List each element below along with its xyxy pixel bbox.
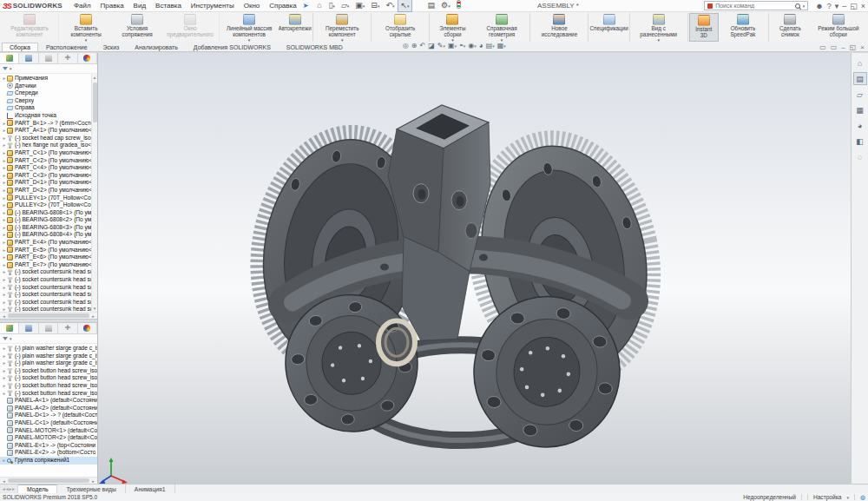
tree-item[interactable]: ▸ PART_C<1> (По умолчанию<<По	[0, 149, 97, 157]
ribbon-button[interactable]: Элементы сборки ▾	[431, 13, 474, 42]
assembly-model[interactable]	[98, 53, 851, 484]
filter-dropdown-icon[interactable]: ▾	[10, 66, 12, 71]
ribbon-button[interactable]: Спецификации	[589, 13, 629, 42]
tree-item-front-plane[interactable]: Спереди	[0, 89, 97, 97]
tree-item[interactable]: ▸ (-) BEARING-6808<3> (По умолч	[0, 224, 97, 232]
ribbon-tab[interactable]: Эскиз	[95, 43, 128, 51]
file-properties-icon[interactable]: ▤	[425, 0, 438, 12]
zoom-fit-icon[interactable]: ◎	[403, 42, 409, 50]
tab-nav-arrow-icon[interactable]: ▸	[12, 486, 15, 491]
tree-item[interactable]: ▸ PART_E<6> (По умолчанию<<По	[0, 254, 97, 261]
doc-cascade-icon[interactable]: ▭	[819, 43, 826, 51]
ribbon-button[interactable]: Новое исследование движения	[531, 13, 589, 42]
configurationmanager-tab[interactable]	[39, 323, 58, 333]
custom-properties-icon[interactable]: ◧	[853, 135, 867, 148]
ribbon-button[interactable]: Справочная геометрия ▾	[475, 13, 531, 42]
menu-item[interactable]: Файл	[69, 1, 95, 10]
document-tab[interactable]: Трехмерные виды	[57, 485, 125, 493]
displaymanager-tab[interactable]	[78, 323, 97, 333]
tree-item[interactable]: ▸ (-) socket countersunk head scre	[0, 306, 97, 312]
menu-item[interactable]: Инструменты	[187, 1, 239, 10]
home-tab-icon[interactable]: ⌂	[853, 56, 867, 69]
ribbon-button[interactable]: Переместить компонент ▾	[314, 13, 372, 42]
ribbon-tab[interactable]: Сборка	[2, 43, 38, 51]
ribbon-button[interactable]: Обновить SpeedPak	[719, 13, 769, 42]
tree-item[interactable]: ▸ PART_E<4> (По умолчанию<<По	[0, 239, 97, 247]
doc-close-icon[interactable]: ×	[860, 43, 865, 51]
open-icon[interactable]: ▱▾	[339, 0, 352, 12]
rebuild-traffic-light-icon[interactable]	[457, 0, 461, 9]
tree-item[interactable]: ▸ (-) socket countersunk head scre	[0, 276, 97, 284]
tree-item[interactable]: ▸ (-) plain washer slarge grade c_is	[0, 353, 97, 360]
tree-item[interactable]: ▸ PART_B<1> -> ? (6mm<Состояние	[0, 120, 97, 128]
search-icon[interactable]	[795, 3, 800, 9]
tree-item-sensors[interactable]: Датчики	[0, 82, 97, 90]
select-cursor-icon[interactable]: ↖▾	[398, 0, 411, 12]
minimize-icon[interactable]: –	[842, 1, 846, 11]
ribbon-button[interactable]: Окно предварительного просмотра компонен…	[162, 13, 220, 42]
tree-item[interactable]: ▸ PART_C<4> (По умолчанию<<По	[0, 164, 97, 172]
appearances-icon[interactable]: ◕	[853, 119, 867, 132]
ribbon-tab[interactable]: Расположение	[38, 43, 95, 51]
tree-item[interactable]: ▸ PART_E<5> (По умолчанию<<По	[0, 247, 97, 254]
section-view-icon[interactable]: ◪	[428, 42, 435, 50]
tree-item-mategroup[interactable]: ▸ Группа сопряжений1	[0, 457, 97, 465]
tree-item[interactable]: ▸ PULLEY<2> (70T_Hollow<Состоя	[0, 201, 97, 209]
document-tab[interactable]: Модель	[18, 485, 57, 493]
ribbon-button[interactable]: Instant 3D	[689, 13, 719, 42]
tree-item[interactable]: ▸ PART_D<2> (По умолчанию<<По	[0, 187, 97, 194]
tree-item[interactable]: ▸ PART_E<7> (По умолчанию<<По	[0, 261, 97, 269]
tree-item[interactable]: ▸ (-) hex flange nut gradea_iso<1>	[0, 142, 97, 149]
tree-item[interactable]: ▸ PART_C<3> (По умолчанию<<По	[0, 172, 97, 180]
rebuild-traffic-light-icon[interactable]	[413, 5, 424, 7]
design-library-icon[interactable]: ▤	[853, 72, 867, 85]
ribbon-tab[interactable]: Добавления SOLIDWORKS	[186, 43, 279, 51]
ribbon-tab[interactable]: Анализировать	[127, 43, 186, 51]
save-icon[interactable]: ▣▾	[352, 0, 367, 12]
print-icon[interactable]: ⊟▾	[368, 0, 382, 12]
tree-item[interactable]: ▸ (-) socket head cap screw_iso<1>	[0, 135, 97, 142]
tree-item[interactable]: PANEL-A<2> (default<Состояни	[0, 405, 97, 412]
tree-item[interactable]: PANEL-MOTOR<2> (default<Co	[0, 434, 97, 442]
search-input[interactable]	[715, 3, 792, 9]
menu-item[interactable]: Правка	[96, 1, 128, 10]
ribbon-button[interactable]: Редактировать компонент	[2, 13, 59, 42]
file-explorer-icon[interactable]: ▱	[853, 88, 867, 101]
tree-item[interactable]: ▸ PART_C<2> (По умолчанию<<По	[0, 157, 97, 165]
tree-item[interactable]: ▸ (-) socket countersunk head scre	[0, 268, 97, 276]
tree-item[interactable]: PANEL-D<1> -> ? (default<Состо	[0, 412, 97, 419]
ribbon-button[interactable]: Вставить компоненты ▾	[60, 13, 112, 42]
tree-item[interactable]: ▸ (-) plain washer slarge grade c_is	[0, 359, 97, 367]
dimxpertmanager-tab[interactable]: ✛	[58, 53, 77, 63]
dimxpertmanager-tab[interactable]: ✛	[58, 323, 77, 333]
doc-restore-icon[interactable]: ◱	[850, 43, 857, 51]
filter-funnel-icon[interactable]	[3, 337, 8, 340]
tab-nav-arrow-icon[interactable]: ◂	[3, 486, 5, 491]
tree-item[interactable]: ▸ PART_D<1> (По умолчанию<<По	[0, 179, 97, 187]
graphics-viewport[interactable]	[98, 53, 851, 484]
tree-item[interactable]: ▸ PART_A<1> (По умолчанию<<По	[0, 127, 97, 135]
tree-item[interactable]: ▸ (-) plain washer slarge grade c_is	[0, 345, 97, 353]
tree-vertical-scrollbar[interactable]: ▴ ▾	[91, 74, 97, 312]
search-dropdown-icon[interactable]: ▾	[803, 3, 806, 9]
view-settings-icon[interactable]: ▦▾	[497, 42, 506, 50]
tree-item[interactable]: ▸ (-) socket button head screw_iso	[0, 382, 97, 390]
filter-dropdown-icon[interactable]: ▾	[10, 336, 12, 341]
previous-view-icon[interactable]: ↶	[419, 42, 425, 50]
tree-item[interactable]: ▸ (-) socket button head screw_iso	[0, 390, 97, 398]
ribbon-button[interactable]: Условия сопряжения	[112, 13, 162, 42]
menu-item[interactable]: Справка	[265, 1, 300, 10]
restore-icon[interactable]: ◱	[850, 1, 858, 11]
ribbon-button[interactable]: Линейный массив компонентов ▾	[220, 13, 278, 42]
tree-horizontal-scrollbar[interactable]: ◂ ▸	[0, 312, 97, 319]
featuremanager-tree-tab[interactable]	[0, 53, 19, 63]
tree-item[interactable]: ▸ (-) socket countersunk head scre	[0, 299, 97, 307]
ribbon-button[interactable]: Отобразить скрытые компоненты	[372, 13, 430, 42]
web-help-globe-icon[interactable]: ◍	[860, 494, 865, 501]
tree-item-right-plane[interactable]: Справа	[0, 104, 97, 112]
tree-item[interactable]: PANEL-E<2> -> (bottom<Состо	[0, 449, 97, 457]
help-icon[interactable]: ?	[827, 1, 832, 11]
tab-nav-arrow-icon[interactable]: ▸	[10, 486, 12, 491]
doc-minimize-icon[interactable]: –	[841, 43, 845, 51]
pin-icon[interactable]: ➤	[303, 2, 309, 10]
